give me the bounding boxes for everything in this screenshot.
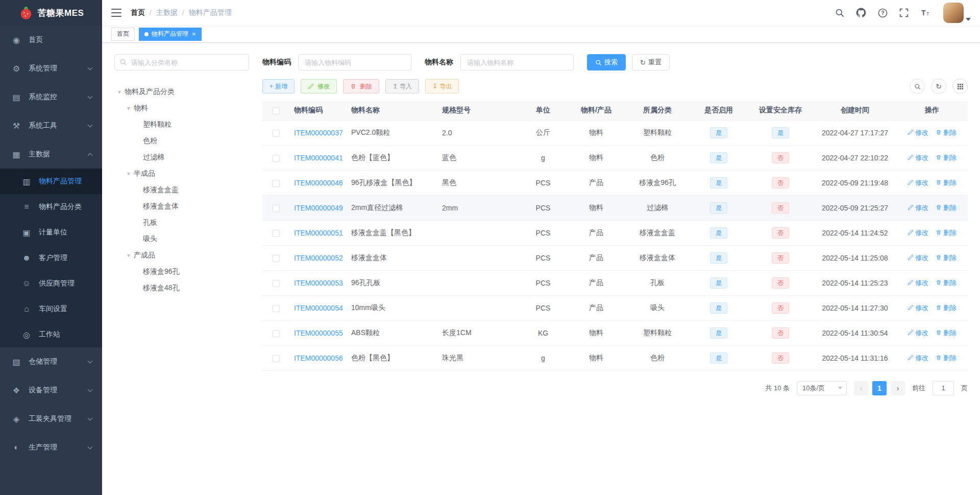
tab-home[interactable]: 首页 [111, 28, 135, 41]
material-code-link[interactable]: ITEM00000056 [294, 354, 343, 362]
page-size-select[interactable]: 10条/页 [797, 381, 847, 395]
row-checkbox[interactable] [273, 155, 280, 162]
tree-node[interactable]: 移液盒盒盖 [114, 182, 249, 198]
row-checkbox[interactable] [273, 305, 280, 312]
tree-node[interactable]: 移液盒盒体 [114, 198, 249, 215]
material-code-link[interactable]: ITEM00000041 [294, 154, 343, 162]
breadcrumb-item[interactable]: 主数据 [156, 8, 178, 17]
edit-link[interactable]: 修改 [908, 129, 928, 136]
delete-link[interactable]: 删除 [936, 354, 957, 362]
row-checkbox[interactable] [273, 230, 280, 237]
tree-node[interactable]: 塑料颗粒 [114, 116, 249, 133]
edit-link[interactable]: 修改 [908, 154, 928, 161]
material-code-link[interactable]: ITEM00000037 [294, 129, 343, 137]
sidebar-item-workshop-setting[interactable]: ⌂车间设置 [0, 296, 102, 322]
safety-stock-badge[interactable]: 否 [772, 202, 789, 214]
tree-node[interactable]: ▾半成品 [114, 166, 249, 182]
material-name-input[interactable] [460, 54, 574, 70]
sidebar-item-system-monitor[interactable]: ▤系统监控 [0, 83, 102, 111]
edit-link[interactable]: 修改 [908, 229, 928, 237]
edit-link[interactable]: 修改 [908, 354, 928, 362]
current-page-button[interactable]: 1 [872, 381, 887, 395]
material-code-link[interactable]: ITEM00000051 [294, 229, 343, 237]
delete-link[interactable]: 删除 [936, 279, 957, 287]
sidebar-item-workstation[interactable]: ◎工作站 [0, 322, 102, 347]
sidebar-item-home[interactable]: ◉首页 [0, 26, 102, 54]
safety-stock-badge[interactable]: 否 [772, 352, 789, 364]
add-button[interactable]: +新增 [262, 79, 295, 93]
help-icon[interactable]: ? [877, 7, 888, 18]
table-refresh-button[interactable]: ↻ [931, 79, 946, 94]
delete-link[interactable]: 删除 [936, 254, 957, 262]
tree-node[interactable]: ▾产成品 [114, 247, 249, 264]
search-button[interactable]: 搜索 [587, 54, 626, 70]
delete-link[interactable]: 删除 [936, 129, 957, 136]
material-code-link[interactable]: ITEM00000046 [294, 179, 343, 187]
delete-link[interactable]: 删除 [936, 329, 957, 337]
enabled-badge[interactable]: 是 [710, 177, 727, 188]
row-checkbox[interactable] [273, 255, 280, 262]
fullscreen-icon[interactable] [898, 7, 910, 18]
tree-node[interactable]: ▾物料 [114, 100, 249, 116]
material-code-link[interactable]: ITEM00000049 [294, 204, 343, 212]
sidebar-item-production-manage[interactable]: ◐生产管理 [0, 433, 102, 462]
sidebar-item-supplier-manage[interactable]: ☺供应商管理 [0, 271, 102, 296]
prev-page-button[interactable]: ‹ [854, 381, 868, 395]
safety-stock-badge[interactable]: 否 [772, 302, 789, 314]
row-checkbox[interactable] [273, 205, 280, 212]
enabled-badge[interactable]: 是 [710, 252, 727, 264]
row-checkbox[interactable] [273, 355, 280, 362]
tree-node[interactable]: 移液盒48孔 [114, 280, 249, 296]
row-checkbox[interactable] [273, 130, 280, 137]
avatar[interactable] [943, 3, 964, 23]
tree-node[interactable]: ▾物料及产品分类 [114, 84, 249, 100]
sidebar-item-measure-unit[interactable]: ▣计量单位 [0, 220, 102, 245]
select-all-checkbox[interactable] [273, 107, 280, 114]
material-code-link[interactable]: ITEM00000054 [294, 304, 343, 312]
export-button[interactable]: ↧导出 [425, 79, 459, 93]
tree-node[interactable]: 过滤棉 [114, 149, 249, 166]
edit-link[interactable]: 修改 [908, 254, 928, 262]
tree-node[interactable]: 吸头 [114, 231, 249, 247]
safety-stock-badge[interactable]: 否 [772, 152, 789, 163]
enabled-badge[interactable]: 是 [710, 127, 727, 138]
safety-stock-badge[interactable]: 否 [772, 252, 789, 264]
row-checkbox[interactable] [273, 330, 280, 337]
user-menu[interactable] [943, 3, 971, 23]
safety-stock-badge[interactable]: 否 [772, 277, 789, 289]
delete-link[interactable]: 删除 [936, 229, 957, 237]
edit-link[interactable]: 修改 [908, 179, 928, 186]
safety-stock-badge[interactable]: 否 [772, 177, 789, 188]
sidebar-item-material-product-manage[interactable]: ▥物料产品管理 [0, 169, 102, 194]
font-size-icon[interactable]: TT [920, 7, 931, 18]
material-code-link[interactable]: ITEM00000055 [294, 329, 343, 337]
delete-button[interactable]: 删除 [343, 79, 379, 93]
material-code-link[interactable]: ITEM00000052 [294, 254, 343, 262]
breadcrumb-item[interactable]: 首页 [131, 8, 145, 17]
row-checkbox[interactable] [273, 180, 280, 187]
delete-link[interactable]: 删除 [936, 304, 957, 312]
safety-stock-badge[interactable]: 否 [772, 327, 789, 339]
reset-button[interactable]: ↻ 重置 [632, 54, 670, 70]
sidebar-item-equipment-manage[interactable]: ❖设备管理 [0, 376, 102, 405]
sidebar-item-system-manage[interactable]: ⚙系统管理 [0, 54, 102, 83]
app-logo[interactable]: 苦糖果MES [0, 0, 102, 26]
close-icon[interactable]: × [192, 31, 196, 37]
enabled-badge[interactable]: 是 [710, 302, 727, 314]
hamburger-icon[interactable] [111, 8, 121, 17]
import-button[interactable]: ↥导入 [385, 79, 419, 93]
safety-stock-badge[interactable]: 是 [772, 127, 789, 138]
safety-stock-badge[interactable]: 否 [772, 227, 789, 239]
row-checkbox[interactable] [273, 280, 280, 287]
delete-link[interactable]: 删除 [936, 154, 957, 161]
tab-material-product-manage[interactable]: 物料产品管理× [139, 28, 202, 41]
column-settings-button[interactable] [952, 79, 968, 94]
sidebar-item-material-product-category[interactable]: ≡物料产品分类 [0, 194, 102, 220]
table-search-toggle-button[interactable] [910, 79, 925, 94]
search-icon[interactable] [834, 7, 845, 18]
edit-link[interactable]: 修改 [908, 304, 928, 312]
github-icon[interactable] [855, 7, 867, 18]
sidebar-item-warehouse-manage[interactable]: ▧仓储管理 [0, 347, 102, 376]
tree-node[interactable]: 色粉 [114, 133, 249, 149]
sidebar-item-master-data[interactable]: ▦主数据 [0, 140, 102, 169]
